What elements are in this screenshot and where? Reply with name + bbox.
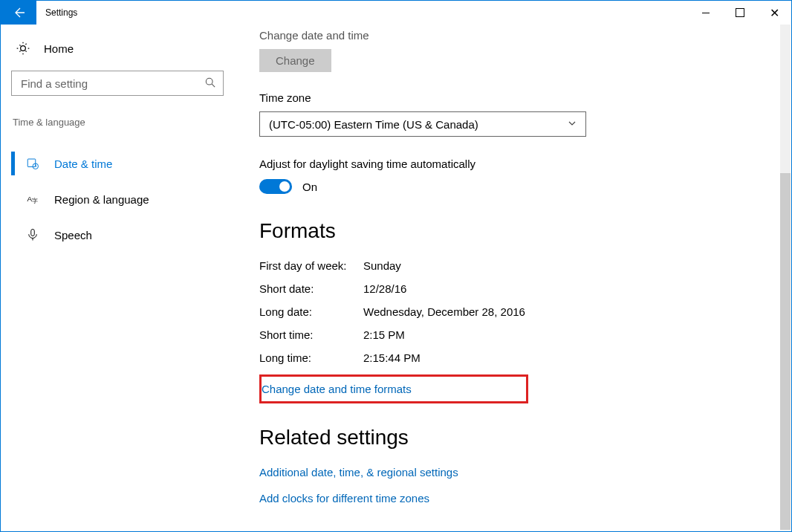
svg-text:字: 字 <box>32 198 38 204</box>
timezone-value: (UTC-05:00) Eastern Time (US & Canada) <box>269 118 478 131</box>
sidebar-item-label: Region & language <box>54 193 149 206</box>
content: Change date and time Change Time zone (U… <box>238 25 791 531</box>
formats-header: Formats <box>259 219 791 243</box>
svg-line-1 <box>212 84 215 87</box>
calendar-clock-icon <box>26 157 39 170</box>
search-box[interactable] <box>11 71 224 96</box>
chevron-down-icon <box>568 119 577 130</box>
search-icon <box>205 77 215 90</box>
gear-icon <box>16 41 30 56</box>
format-row: First day of week:Sunday <box>259 259 791 272</box>
svg-rect-6 <box>31 230 35 236</box>
format-row: Short time:2:15 PM <box>259 328 791 341</box>
sidebar: Home Time & language Date & time A字 Regi… <box>1 25 238 531</box>
related-header: Related settings <box>259 426 791 450</box>
back-button[interactable] <box>1 1 36 25</box>
svg-rect-2 <box>27 159 36 167</box>
timezone-label: Time zone <box>259 91 791 104</box>
microphone-icon <box>26 228 39 241</box>
timezone-select[interactable]: (UTC-05:00) Eastern Time (US & Canada) <box>259 111 586 137</box>
svg-point-0 <box>206 78 212 85</box>
sidebar-item-label: Date & time <box>54 158 112 170</box>
dst-state: On <box>302 181 317 193</box>
highlight-annotation: Change date and time formats <box>259 374 528 403</box>
related-link-add-clocks[interactable]: Add clocks for different time zones <box>259 492 791 505</box>
format-row: Long time:2:15:44 PM <box>259 351 791 364</box>
home-nav[interactable]: Home <box>11 41 228 56</box>
minimize-button[interactable] <box>689 1 723 25</box>
format-row: Short date:12/28/16 <box>259 282 791 295</box>
scrollbar[interactable] <box>780 25 791 531</box>
arrow-left-icon <box>13 7 25 19</box>
dst-label: Adjust for daylight saving time automati… <box>259 158 791 170</box>
sidebar-section-label: Time & language <box>11 117 228 128</box>
change-date-time-header: Change date and time <box>259 29 791 42</box>
related-link-additional[interactable]: Additional date, time, & regional settin… <box>259 466 791 479</box>
sidebar-item-speech[interactable]: Speech <box>11 217 228 253</box>
body: Home Time & language Date & time A字 Regi… <box>1 25 791 531</box>
search-input[interactable] <box>19 77 205 91</box>
home-label: Home <box>44 42 74 55</box>
titlebar: Settings ✕ <box>1 1 791 25</box>
window-title: Settings <box>36 1 86 25</box>
sidebar-item-region-language[interactable]: A字 Region & language <box>11 181 228 217</box>
change-formats-link[interactable]: Change date and time formats <box>262 383 526 395</box>
change-button: Change <box>259 49 331 72</box>
format-row: Long date:Wednesday, December 28, 2016 <box>259 305 791 318</box>
close-button[interactable]: ✕ <box>757 1 791 25</box>
sidebar-item-date-time[interactable]: Date & time <box>11 146 228 181</box>
svg-text:A: A <box>27 195 33 203</box>
language-icon: A字 <box>26 192 39 206</box>
maximize-button[interactable] <box>723 1 757 25</box>
sidebar-item-label: Speech <box>54 229 92 241</box>
scrollbar-thumb[interactable] <box>780 173 791 530</box>
dst-toggle[interactable] <box>259 179 292 194</box>
